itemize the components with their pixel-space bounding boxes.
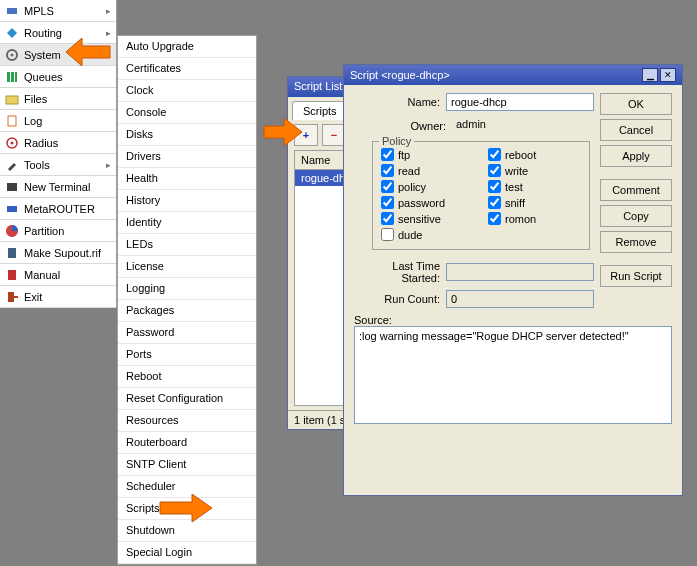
submenu-item[interactable]: Reset Configuration xyxy=(118,388,256,410)
check-password[interactable]: password xyxy=(381,196,474,209)
window-titlebar[interactable]: Script <rogue-dhcp> ▁ ✕ xyxy=(344,65,682,85)
submenu-item[interactable]: Logging xyxy=(118,278,256,300)
ok-button[interactable]: OK xyxy=(600,93,672,115)
chevron-right-icon: ▸ xyxy=(106,50,111,60)
run-script-button[interactable]: Run Script xyxy=(600,265,672,287)
add-button[interactable]: + xyxy=(294,124,318,146)
run-count-field xyxy=(446,290,594,308)
submenu-item[interactable]: Auto Upgrade xyxy=(118,36,256,58)
svg-rect-5 xyxy=(15,72,17,82)
submenu-item[interactable]: Identity xyxy=(118,212,256,234)
policy-fieldset: Policy ftp reboot read write policy test… xyxy=(372,141,590,250)
sidebar-item-metarouter[interactable]: MetaROUTER xyxy=(0,198,116,220)
last-time-field xyxy=(446,263,594,281)
metarouter-icon xyxy=(5,202,19,216)
sidebar-item-label: Radius xyxy=(24,137,58,149)
submenu-item[interactable]: SNTP Client xyxy=(118,454,256,476)
submenu-item[interactable]: Password xyxy=(118,322,256,344)
close-button[interactable]: ✕ xyxy=(660,68,676,82)
owner-label: Owner: xyxy=(354,120,446,132)
sidebar-item-radius[interactable]: Radius xyxy=(0,132,116,154)
sidebar-item-mpls[interactable]: MPLS▸ xyxy=(0,0,116,22)
chevron-right-icon: ▸ xyxy=(106,28,111,38)
submenu-item[interactable]: Shutdown xyxy=(118,520,256,542)
sidebar-item-log[interactable]: Log xyxy=(0,110,116,132)
submenu-item[interactable]: Console xyxy=(118,102,256,124)
sidebar-item-new-terminal[interactable]: New Terminal xyxy=(0,176,116,198)
submenu-item[interactable]: Scheduler xyxy=(118,476,256,498)
check-romon[interactable]: romon xyxy=(488,212,581,225)
submenu-item[interactable]: License xyxy=(118,256,256,278)
check-dude[interactable]: dude xyxy=(381,228,474,241)
submenu-item[interactable]: Disks xyxy=(118,124,256,146)
submenu-item[interactable]: History xyxy=(118,190,256,212)
minimize-button[interactable]: ▁ xyxy=(642,68,658,82)
chevron-right-icon: ▸ xyxy=(106,160,111,170)
svg-point-2 xyxy=(11,53,14,56)
sidebar-item-label: Routing xyxy=(24,27,62,39)
sidebar-item-exit[interactable]: Exit xyxy=(0,286,116,308)
svg-rect-14 xyxy=(8,292,14,302)
svg-point-9 xyxy=(11,141,14,144)
submenu-item[interactable]: LEDs xyxy=(118,234,256,256)
remove-button[interactable]: Remove xyxy=(600,231,672,253)
gear-icon xyxy=(5,48,19,62)
check-write[interactable]: write xyxy=(488,164,581,177)
run-count-label: Run Count: xyxy=(354,293,440,305)
policy-legend: Policy xyxy=(379,135,414,147)
check-test[interactable]: test xyxy=(488,180,581,193)
submenu-item[interactable]: Drivers xyxy=(118,146,256,168)
script-editor-window[interactable]: Script <rogue-dhcp> ▁ ✕ OK Cancel Apply … xyxy=(343,64,683,496)
svg-rect-10 xyxy=(7,183,17,191)
submenu-item[interactable]: Special Login xyxy=(118,542,256,564)
comment-button[interactable]: Comment xyxy=(600,179,672,201)
sidebar-item-label: Tools xyxy=(24,159,50,171)
check-read[interactable]: read xyxy=(381,164,474,177)
check-policy[interactable]: policy xyxy=(381,180,474,193)
editor-body: OK Cancel Apply Comment Copy Remove Run … xyxy=(344,85,682,434)
sidebar-item-system[interactable]: System▸ xyxy=(0,44,116,66)
name-field[interactable] xyxy=(446,93,594,111)
svg-rect-3 xyxy=(7,72,10,82)
sidebar-item-label: Log xyxy=(24,115,42,127)
system-submenu: Auto Upgrade Certificates Clock Console … xyxy=(117,35,257,565)
submenu-item[interactable]: Health xyxy=(118,168,256,190)
sidebar-item-routing[interactable]: Routing▸ xyxy=(0,22,116,44)
apply-button[interactable]: Apply xyxy=(600,145,672,167)
source-textarea[interactable] xyxy=(354,326,672,424)
check-sniff[interactable]: sniff xyxy=(488,196,581,209)
source-label: Source: xyxy=(354,314,672,326)
submenu-item[interactable]: Clock xyxy=(118,80,256,102)
submenu-item[interactable]: Routerboard xyxy=(118,432,256,454)
chevron-right-icon: ▸ xyxy=(106,6,111,16)
tab-scripts[interactable]: Scripts xyxy=(292,101,348,120)
submenu-item-scripts[interactable]: Scripts xyxy=(118,498,256,520)
submenu-item[interactable]: Certificates xyxy=(118,58,256,80)
submenu-item[interactable]: Packages xyxy=(118,300,256,322)
sidebar-item-supout[interactable]: Make Supout.rif xyxy=(0,242,116,264)
owner-value: admin xyxy=(452,117,594,135)
sidebar-item-partition[interactable]: Partition xyxy=(0,220,116,242)
sidebar-item-label: Files xyxy=(24,93,47,105)
sidebar-item-queues[interactable]: Queues xyxy=(0,66,116,88)
sidebar-item-label: Manual xyxy=(24,269,60,281)
check-ftp[interactable]: ftp xyxy=(381,148,474,161)
sidebar-item-label: MPLS xyxy=(24,5,54,17)
submenu-item[interactable]: Reboot xyxy=(118,366,256,388)
sidebar-item-tools[interactable]: Tools▸ xyxy=(0,154,116,176)
check-reboot[interactable]: reboot xyxy=(488,148,581,161)
check-sensitive[interactable]: sensitive xyxy=(381,212,474,225)
mpls-icon xyxy=(5,4,19,18)
copy-button[interactable]: Copy xyxy=(600,205,672,227)
svg-rect-12 xyxy=(8,248,16,258)
radius-icon xyxy=(5,136,19,150)
svg-rect-6 xyxy=(6,96,18,104)
cancel-button[interactable]: Cancel xyxy=(600,119,672,141)
window-title: Script <rogue-dhcp> xyxy=(350,69,450,81)
sidebar-item-manual[interactable]: Manual xyxy=(0,264,116,286)
submenu-item[interactable]: Resources xyxy=(118,410,256,432)
sidebar-item-files[interactable]: Files xyxy=(0,88,116,110)
partition-icon xyxy=(5,224,19,238)
terminal-icon xyxy=(5,180,19,194)
submenu-item[interactable]: Ports xyxy=(118,344,256,366)
